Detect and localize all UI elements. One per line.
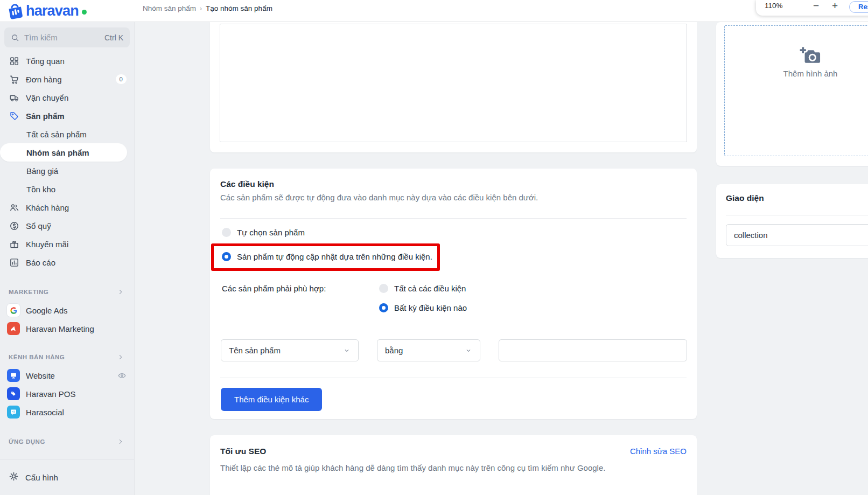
browser-zoom-popup: 110% − + Res [756, 0, 868, 16]
conditions-description: Các sản phẩm sẽ được tự động đưa vào dan… [220, 193, 538, 202]
search-shortcut: Ctrl K [104, 33, 123, 42]
sidebar-item-label: Vận chuyển [26, 93, 68, 102]
cart-icon [9, 74, 19, 85]
breadcrumb: Nhóm sản phẩm › Tạo nhóm sản phẩm [143, 0, 272, 17]
collection-image-card: Thêm hình ảnh [716, 22, 868, 166]
sidebar-item-label: Khuyến mãi [26, 240, 68, 249]
sidebar-item-label: Nhóm sản phẩm [26, 148, 89, 157]
edit-seo-link[interactable]: Chỉnh sửa SEO [630, 447, 687, 456]
sidebar-item-label: Khách hàng [26, 203, 69, 212]
dollar-circle-icon [9, 220, 19, 231]
divider [220, 378, 687, 378]
top-header: haravan Nhóm sản phẩm › Tạo nhóm sản phẩ… [0, 0, 868, 22]
sidebar-section-marketing[interactable]: MARKETING [0, 283, 134, 301]
operator-select-value: bằng [385, 346, 403, 355]
seo-title: Tối ưu SEO [220, 447, 266, 456]
zoom-reset-button[interactable]: Res [849, 1, 868, 13]
add-condition-button[interactable]: Thêm điều kiện khác [221, 388, 322, 411]
sidebar-item-orders[interactable]: Đơn hàng 0 [0, 70, 134, 88]
chevron-right-icon [117, 288, 124, 296]
sidebar-item-inventory[interactable]: Tồn kho [0, 180, 134, 198]
zoom-in-button[interactable]: + [832, 0, 838, 13]
radio-auto-label: Sản phẩm tự động cập nhật dựa trên những… [237, 252, 432, 261]
users-icon [9, 202, 19, 213]
match-condition-label: Các sản phẩm phải phù hợp: [222, 284, 326, 293]
eye-icon[interactable] [117, 371, 127, 380]
condition-operator-select[interactable]: bằng [377, 339, 480, 361]
description-textarea[interactable] [220, 24, 687, 142]
haravan-logo-icon [5, 1, 26, 20]
seo-card: Tối ưu SEO Chỉnh sửa SEO Thiết lập các t… [210, 435, 697, 495]
grid-icon [9, 55, 19, 66]
section-label: ỨNG DỤNG [9, 438, 45, 445]
sidebar-item-reports[interactable]: Báo cáo [0, 253, 134, 271]
sidebar-item-label: Sổ quỹ [26, 221, 51, 231]
sidebar-item-haravan-pos[interactable]: Haravan POS [0, 385, 134, 403]
sidebar-item-label: Website [26, 371, 55, 380]
sidebar-item-label: Tất cả sản phẩm [26, 130, 87, 139]
chevron-right-icon [117, 353, 124, 361]
sidebar-item-label: Đơn hàng [26, 75, 62, 84]
sidebar-item-settings[interactable]: Cấu hình [0, 459, 134, 495]
radio-unselected-icon[interactable] [222, 228, 231, 237]
sidebar-item-label: Harasocial [26, 408, 64, 417]
sidebar-item-label: Sản phẩm [26, 111, 65, 121]
zoom-level: 110% [765, 2, 783, 10]
chevron-right-icon [117, 438, 124, 445]
gift-icon [9, 239, 19, 249]
search-box[interactable]: Ctrl K [4, 27, 130, 47]
divider [220, 218, 687, 219]
chevron-down-icon [343, 347, 351, 354]
radio-selected-icon[interactable] [222, 252, 231, 261]
sidebar-item-overview[interactable]: Tổng quan [0, 52, 134, 70]
theme-title: Giao diện [726, 193, 764, 203]
radio-match-any[interactable]: Bất kỳ điều kiện nào [379, 303, 467, 312]
radio-match-all[interactable]: Tất cả các điều kiện [379, 284, 466, 293]
match-all-label: Tất cả các điều kiện [394, 284, 466, 293]
sidebar-item-customers[interactable]: Khách hàng [0, 198, 134, 217]
add-image-label: Thêm hình ảnh [783, 69, 838, 78]
radio-selected-icon[interactable] [379, 303, 388, 312]
theme-template-select[interactable] [726, 224, 868, 246]
add-image-button[interactable]: Thêm hình ảnh [767, 46, 853, 78]
condition-field-select[interactable]: Tên sản phẩm [221, 339, 359, 361]
sidebar-item-label: Cấu hình [25, 473, 58, 482]
sidebar-item-collections-active[interactable]: Nhóm sản phẩm [0, 143, 127, 162]
breadcrumb-current: Tạo nhóm sản phẩm [206, 4, 272, 12]
google-ads-icon [7, 304, 20, 317]
breadcrumb-parent[interactable]: Nhóm sản phẩm [143, 4, 196, 12]
conditions-title: Các điều kiện [220, 179, 274, 189]
sidebar-item-cash-book[interactable]: Sổ quỹ [0, 217, 134, 235]
radio-manual-selection[interactable]: Tự chọn sản phẩm [222, 228, 305, 237]
condition-value-input[interactable] [499, 339, 687, 361]
sidebar-item-label: Bảng giá [26, 166, 58, 176]
haravan-logo[interactable]: haravan [5, 1, 87, 20]
sidebar-item-price-list[interactable]: Bảng giá [0, 162, 134, 180]
zoom-out-button[interactable]: − [813, 0, 819, 13]
sidebar-item-shipping[interactable]: Vận chuyển [0, 88, 134, 107]
sidebar-item-promotions[interactable]: Khuyến mãi [0, 235, 134, 253]
search-input[interactable] [24, 33, 89, 42]
sidebar-section-channels[interactable]: KÊNH BÁN HÀNG [0, 348, 134, 366]
sidebar-item-products[interactable]: Sản phẩm [0, 107, 134, 125]
sidebar-item-google-ads[interactable]: Google Ads [0, 301, 134, 319]
radio-unselected-icon[interactable] [379, 284, 388, 293]
theme-card: Giao diện [716, 184, 868, 258]
camera-plus-icon [799, 46, 822, 66]
sidebar-item-haravan-marketing[interactable]: Haravan Marketing [0, 319, 134, 338]
sidebar: Ctrl K Tổng quan Đơn hàng 0 Vận chuyển [0, 22, 135, 495]
divider [726, 215, 868, 215]
pos-tag-icon [7, 387, 20, 400]
chevron-down-icon [465, 347, 472, 354]
search-icon [11, 33, 19, 42]
sidebar-item-harasocial[interactable]: Harasocial [0, 403, 134, 421]
status-dot [82, 10, 87, 15]
sidebar-section-apps[interactable]: ỨNG DỤNG [0, 433, 134, 451]
sidebar-item-all-products[interactable]: Tất cả sản phẩm [0, 125, 134, 143]
monitor-icon [7, 369, 20, 382]
radio-auto-update[interactable]: Sản phẩm tự động cập nhật dựa trên những… [222, 252, 432, 261]
image-dropzone[interactable] [724, 25, 868, 156]
sidebar-item-website[interactable]: Website [0, 366, 134, 385]
sidebar-item-label: Báo cáo [26, 258, 55, 267]
field-select-value: Tên sản phẩm [229, 346, 281, 355]
